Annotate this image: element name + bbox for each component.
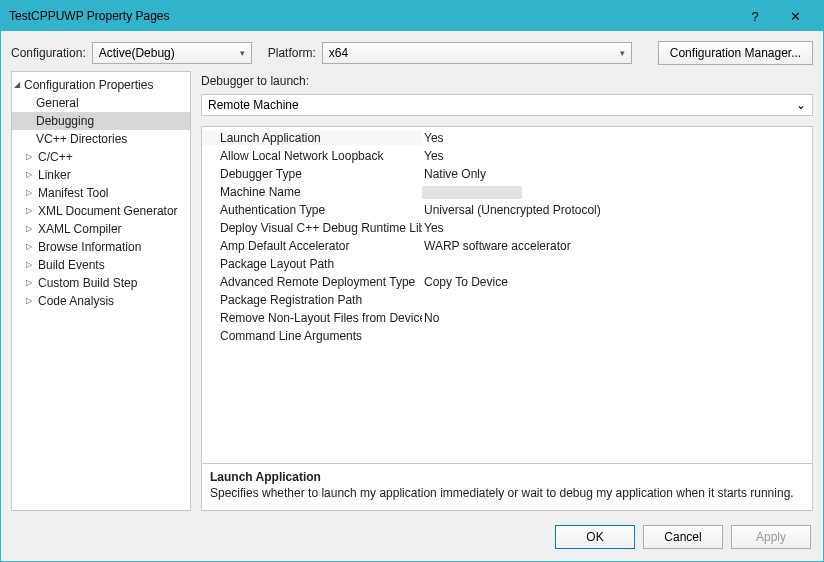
property-name: Package Registration Path [202, 293, 422, 307]
tree-item-label: Build Events [38, 258, 105, 272]
tree-item-label: Linker [38, 168, 71, 182]
configuration-dropdown[interactable]: Active(Debug) ▾ [92, 42, 252, 64]
footer: OK Cancel Apply [1, 519, 823, 561]
tree-item[interactable]: XAML Compiler [12, 220, 190, 238]
tree-item[interactable]: C/C++ [12, 148, 190, 166]
property-value[interactable]: No [422, 311, 812, 325]
property-value[interactable]: Copy To Device [422, 275, 812, 289]
property-row[interactable]: Package Layout Path [202, 255, 812, 273]
tree-item[interactable]: XML Document Generator [12, 202, 190, 220]
window-title: TestCPPUWP Property Pages [9, 9, 735, 23]
tree-root-label: Configuration Properties [24, 78, 153, 92]
configuration-manager-button[interactable]: Configuration Manager... [658, 41, 813, 65]
description-title: Launch Application [210, 470, 804, 484]
help-icon[interactable]: ? [735, 2, 775, 30]
property-value[interactable]: Yes [422, 221, 812, 235]
platform-value: x64 [329, 46, 348, 60]
property-value[interactable]: Yes [422, 149, 812, 163]
property-row[interactable]: Launch ApplicationYes [202, 129, 812, 147]
tree-item-label: C/C++ [38, 150, 73, 164]
cancel-button[interactable]: Cancel [643, 525, 723, 549]
property-value[interactable]: Yes [422, 131, 812, 145]
chevron-down-icon: ⌄ [796, 98, 806, 112]
tree-item-label: General [36, 96, 79, 110]
property-name: Machine Name [202, 185, 422, 199]
property-value[interactable]: Universal (Unencrypted Protocol) [422, 203, 812, 217]
configuration-value: Active(Debug) [99, 46, 175, 60]
tree-item[interactable]: Code Analysis [12, 292, 190, 310]
tree-item[interactable]: Build Events [12, 256, 190, 274]
property-name: Package Layout Path [202, 257, 422, 271]
tree-item[interactable]: VC++ Directories [12, 130, 190, 148]
property-name: Authentication Type [202, 203, 422, 217]
toolbar: Configuration: Active(Debug) ▾ Platform:… [1, 31, 823, 71]
property-name: Advanced Remote Deployment Type [202, 275, 422, 289]
property-row[interactable]: Amp Default AcceleratorWARP software acc… [202, 237, 812, 255]
tree-item-label: Manifest Tool [38, 186, 108, 200]
tree-root[interactable]: Configuration Properties [12, 76, 190, 94]
property-row[interactable]: Authentication TypeUniversal (Unencrypte… [202, 201, 812, 219]
property-grid: Launch ApplicationYesAllow Local Network… [201, 126, 813, 511]
tree-item[interactable]: General [12, 94, 190, 112]
close-icon[interactable]: ✕ [775, 2, 815, 30]
tree-item-label: Custom Build Step [38, 276, 137, 290]
property-rows[interactable]: Launch ApplicationYesAllow Local Network… [202, 127, 812, 463]
configuration-label: Configuration: [11, 46, 86, 60]
ok-button[interactable]: OK [555, 525, 635, 549]
property-row[interactable]: Advanced Remote Deployment TypeCopy To D… [202, 273, 812, 291]
tree-item[interactable]: Browse Information [12, 238, 190, 256]
property-row[interactable]: Remove Non-Layout Files from DeviceNo [202, 309, 812, 327]
property-description: Launch Application Specifies whether to … [202, 463, 812, 510]
property-pages-window: TestCPPUWP Property Pages ? ✕ Configurat… [0, 0, 824, 562]
tree-item[interactable]: Debugging [12, 112, 190, 130]
property-value[interactable]: Native Only [422, 167, 812, 181]
platform-label: Platform: [268, 46, 316, 60]
titlebar[interactable]: TestCPPUWP Property Pages ? ✕ [1, 1, 823, 31]
apply-button[interactable]: Apply [731, 525, 811, 549]
property-row[interactable]: Machine Name [202, 183, 812, 201]
tree-item-label: Browse Information [38, 240, 141, 254]
debugger-to-launch-label: Debugger to launch: [201, 71, 813, 94]
property-name: Allow Local Network Loopback [202, 149, 422, 163]
tree-item[interactable]: Linker [12, 166, 190, 184]
property-row[interactable]: Allow Local Network LoopbackYes [202, 147, 812, 165]
tree-view[interactable]: Configuration Properties GeneralDebuggin… [11, 71, 191, 511]
property-name: Remove Non-Layout Files from Device [202, 311, 422, 325]
description-body: Specifies whether to launch my applicati… [210, 486, 794, 500]
property-name: Deploy Visual C++ Debug Runtime Librarie… [202, 221, 422, 235]
property-value[interactable] [422, 186, 522, 199]
main-panel: Debugger to launch: Remote Machine ⌄ Lau… [201, 71, 813, 511]
property-row[interactable]: Command Line Arguments [202, 327, 812, 345]
tree-item-label: Code Analysis [38, 294, 114, 308]
property-name: Amp Default Accelerator [202, 239, 422, 253]
property-name: Debugger Type [202, 167, 422, 181]
debugger-to-launch-value: Remote Machine [208, 98, 299, 112]
property-row[interactable]: Package Registration Path [202, 291, 812, 309]
chevron-down-icon: ▾ [240, 48, 245, 58]
tree-item[interactable]: Manifest Tool [12, 184, 190, 202]
tree-item-label: VC++ Directories [36, 132, 127, 146]
property-name: Launch Application [202, 131, 422, 145]
platform-dropdown[interactable]: x64 ▾ [322, 42, 632, 64]
tree-item[interactable]: Custom Build Step [12, 274, 190, 292]
tree-item-label: Debugging [36, 114, 94, 128]
debugger-to-launch-dropdown[interactable]: Remote Machine ⌄ [201, 94, 813, 116]
chevron-down-icon: ▾ [620, 48, 625, 58]
tree-item-label: XAML Compiler [38, 222, 122, 236]
tree-item-label: XML Document Generator [38, 204, 178, 218]
property-row[interactable]: Debugger TypeNative Only [202, 165, 812, 183]
property-name: Command Line Arguments [202, 329, 422, 343]
property-value[interactable]: WARP software accelerator [422, 239, 812, 253]
property-row[interactable]: Deploy Visual C++ Debug Runtime Librarie… [202, 219, 812, 237]
body: Configuration Properties GeneralDebuggin… [1, 71, 823, 519]
